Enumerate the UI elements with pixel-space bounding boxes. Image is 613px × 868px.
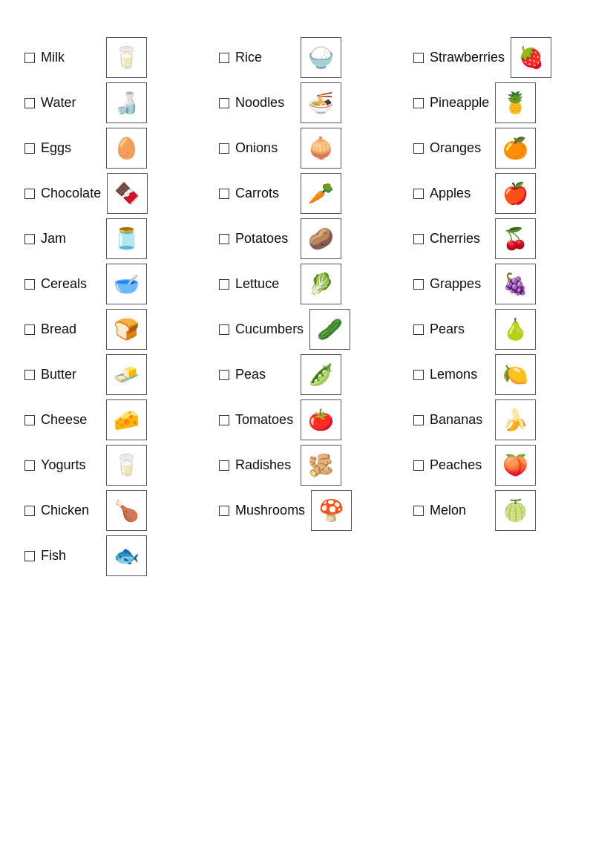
item-image: 🥬 [301,264,341,304]
item-label: Chicken [41,503,100,518]
list-item: Chocolate🍫 [24,173,200,214]
checkbox[interactable] [24,460,35,471]
checkbox[interactable] [413,506,424,516]
item-image: 🍒 [495,218,536,259]
list-item: Onions🧅 [219,128,394,169]
item-image: 🧀 [106,399,147,440]
checkbox[interactable] [219,506,229,516]
list-item: Rice🍚 [219,37,394,78]
item-image: 🍞 [106,309,147,350]
item-image: 🫛 [301,354,341,395]
list-item: Lemons🍋 [413,354,589,395]
item-label: Bread [41,322,100,337]
list-item: Pineapple🍍 [413,82,589,123]
checkbox[interactable] [219,189,229,199]
checkbox[interactable] [219,460,229,471]
checkbox[interactable] [24,234,35,244]
item-image: 🍌 [495,399,536,440]
item-image: 🧅 [301,128,341,169]
item-label: Tomatoes [235,412,295,428]
item-label: Milk [41,50,100,65]
item-label: Chocolate [41,186,101,201]
list-item: Water🍶 [24,82,200,123]
list-item: Cucumbers🥒 [219,309,394,350]
item-image: 🫙 [106,218,147,259]
checkbox[interactable] [24,370,35,380]
list-item: Fish🐟 [24,535,200,576]
list-item: Oranges🍊 [413,128,589,169]
item-image: 🥚 [106,128,147,169]
list-item: Tomatoes🍅 [219,399,394,440]
list-item: Mushrooms🍄 [219,490,394,531]
list-item: Cherries🍒 [413,218,589,259]
item-label: Potatoes [235,231,295,247]
checkbox[interactable] [24,551,35,561]
item-label: Peaches [430,457,489,473]
checkbox[interactable] [413,279,424,290]
item-label: Fish [41,548,100,564]
checkbox[interactable] [219,415,229,425]
item-label: Butter [41,367,100,382]
checkbox[interactable] [219,324,229,335]
item-image: 🍑 [495,445,536,486]
item-image: 🧈 [106,354,147,395]
list-item: Noodles🍜 [219,82,394,123]
checkbox[interactable] [413,53,424,63]
checkbox[interactable] [413,415,424,425]
item-image: 🍊 [495,128,536,169]
list-item: Grappes🍇 [413,264,589,304]
list-item: Strawberries🍓 [413,37,589,78]
list-item: Bread🍞 [24,309,200,350]
item-image: 🍇 [495,264,536,304]
checkbox[interactable] [24,324,35,335]
list-item: Radishes🫚 [219,445,394,486]
item-label: Noodles [235,95,295,111]
item-label: Grappes [430,276,489,292]
checkbox[interactable] [219,370,229,380]
checkbox[interactable] [219,234,229,244]
item-image: 🥛 [106,37,147,78]
columns: Milk🥛Water🍶Eggs🥚Chocolate🍫Jam🫙Cereals🥣Br… [15,37,598,576]
list-item: Butter🧈 [24,354,200,395]
item-image: 🍫 [107,173,148,214]
checkbox[interactable] [24,415,35,425]
checkbox[interactable] [413,460,424,471]
item-image: 🍜 [301,82,341,123]
item-image: 🍐 [495,309,536,350]
checkbox[interactable] [413,189,424,199]
item-label: Pears [430,322,489,337]
checkbox[interactable] [219,98,229,108]
item-image: 🍓 [511,37,551,78]
list-item: Bananas🍌 [413,399,589,440]
checkbox[interactable] [219,279,229,290]
list-item: Chicken🍗 [24,490,200,531]
checkbox[interactable] [219,53,229,63]
item-image: 🥔 [301,218,341,259]
item-label: Cheese [41,412,100,428]
item-image: 🍈 [495,490,536,531]
list-item: Melon🍈 [413,490,589,531]
checkbox[interactable] [413,234,424,244]
checkbox[interactable] [413,370,424,380]
checkbox[interactable] [24,189,35,199]
item-image: 🍄 [311,490,352,531]
list-item: Peaches🍑 [413,445,589,486]
item-image: 🍗 [106,490,147,531]
checkbox[interactable] [24,279,35,290]
checkbox[interactable] [413,98,424,108]
item-label: Oranges [430,140,489,156]
checkbox[interactable] [24,143,35,154]
item-label: Carrots [235,186,295,201]
item-image: 🍍 [495,82,536,123]
checkbox[interactable] [24,506,35,516]
item-label: Onions [235,140,295,156]
item-label: Lemons [430,367,489,382]
checkbox[interactable] [219,143,229,154]
checkbox[interactable] [413,143,424,154]
list-item: Peas🫛 [219,354,394,395]
checkbox[interactable] [24,98,35,108]
list-item: Pears🍐 [413,309,589,350]
checkbox[interactable] [413,324,424,335]
item-image: 🍶 [106,82,147,123]
checkbox[interactable] [24,53,35,63]
